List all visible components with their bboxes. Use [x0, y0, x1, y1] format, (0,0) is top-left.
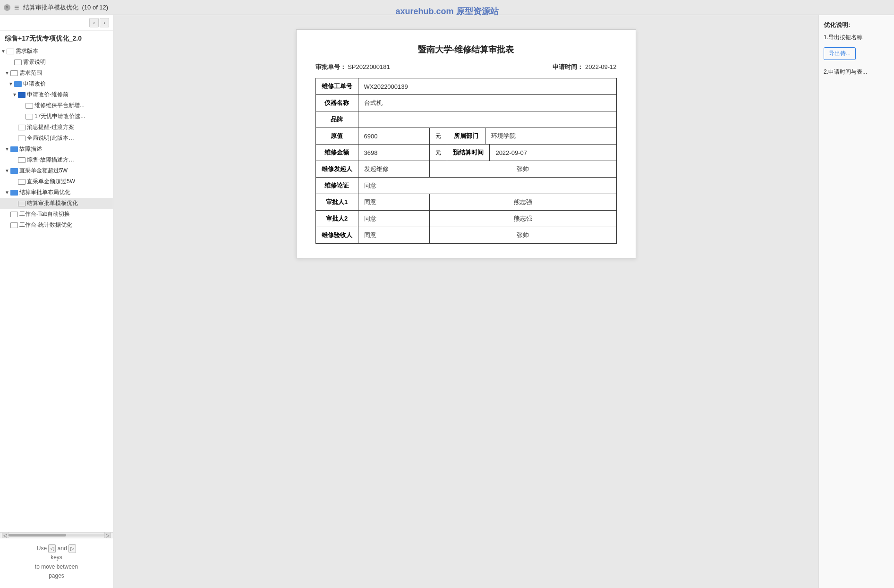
table-row-approver2: 审批人2 同意 熊志强	[315, 211, 616, 227]
page-icon	[7, 49, 14, 54]
tree-item-fault[interactable]: ▼ 故障描述	[0, 144, 113, 154]
cell-origval-unit: 元	[430, 128, 447, 145]
cell-initiator-sub: 发起维修	[358, 161, 430, 178]
right-panel-item1: 1.导出按钮名称	[824, 33, 889, 42]
cell-initiator-name: 张帅	[430, 161, 616, 178]
search-input[interactable]	[4, 19, 87, 26]
scrollbar-track[interactable]	[9, 534, 104, 537]
menu-icon[interactable]: ≡	[14, 3, 19, 12]
table-row-original-value: 原值 6900 元 所属部门 环境学院	[315, 128, 616, 145]
tree-item-apply-price[interactable]: ▼ 申请改价	[0, 78, 113, 89]
approval-table: 维修工单号 WX2022000139 仪器名称 台式机 品牌	[315, 78, 617, 244]
document-card: 暨南大学-维修结算审批表 审批单号： SP2022000181 申请时间： 20…	[296, 29, 636, 258]
cell-just-label: 维修论证	[315, 178, 358, 194]
sidebar-tree: ▼ 需求版本 背景说明 ▼ 需求范围 ▼ 申请改价	[0, 46, 113, 532]
tree-item-direct-5w[interactable]: ▼ 直采单金额超过5W	[0, 165, 113, 176]
cell-approver1-opinion: 同意	[358, 194, 430, 211]
approval-value: SP2022000181	[348, 63, 390, 70]
page-icon	[18, 125, 26, 130]
page-icon	[18, 157, 26, 163]
page-icon	[18, 179, 26, 185]
table-row-brand: 品牌	[315, 111, 616, 128]
cell-order-value: WX2022000139	[358, 78, 616, 95]
page-icon	[10, 222, 18, 228]
tree-item-settlement-layout[interactable]: ▼ 结算审批单布局优化	[0, 187, 113, 198]
cell-device-value: 台式机	[358, 95, 616, 111]
close-button[interactable]: ×	[4, 4, 10, 11]
table-row-device-name: 仪器名称 台式机	[315, 95, 616, 111]
main-layout: ‹ › 综售+17无忧专项优化_2.0 ▼ 需求版本 背景说明	[0, 15, 894, 588]
cell-pretime-wrap: 预结算时间 2022-09-07	[447, 145, 616, 161]
sidebar-nav-buttons: ‹ ›	[89, 18, 109, 27]
tree-item-message[interactable]: 消息提醒-过渡方案	[0, 122, 113, 133]
table-row-approver1: 审批人1 同意 熊志强	[315, 194, 616, 211]
cell-repamt-label: 维修金额	[315, 145, 358, 161]
time-label: 申请时间：	[553, 63, 583, 70]
page-icon	[10, 212, 18, 217]
folder-dark-icon	[18, 92, 26, 98]
page-icon	[18, 136, 26, 141]
sidebar-scrollbar: ◁ ▷	[0, 532, 113, 538]
scrollbar-thumb[interactable]	[9, 534, 66, 537]
page-icon	[10, 70, 18, 76]
cell-approver1-name: 熊志强	[430, 194, 616, 211]
keyboard-hint: Use ◁ and ▷ keys to move between pages	[0, 538, 113, 588]
table-row-order-no: 维修工单号 WX2022000139	[315, 78, 616, 95]
cell-pretime-label: 预结算时间	[447, 145, 490, 161]
content-area: 暨南大学-维修结算审批表 审批单号： SP2022000181 申请时间： 20…	[113, 15, 818, 588]
page-title: 结算审批单模板优化	[23, 3, 78, 12]
tree-item-worktab-stats[interactable]: 工作台-统计数据优化	[0, 220, 113, 230]
cell-approver2-name: 熊志强	[430, 211, 616, 227]
time-value: 2022-09-12	[585, 63, 617, 70]
tree-item-demands[interactable]: ▼ 需求版本	[0, 46, 113, 57]
left-key: ◁	[48, 544, 56, 554]
cell-repamt-value: 3698	[358, 145, 430, 161]
table-row-justification: 维修论证 同意	[315, 178, 616, 194]
cell-approver1-label: 审批人1	[315, 194, 358, 211]
tree-item-17worry[interactable]: 17无忧申请改价选...	[0, 111, 113, 122]
folder-icon	[10, 168, 18, 174]
tree-item-global-note[interactable]: 全局说明(此版本暂不...	[0, 133, 113, 144]
table-row-repair-amount: 维修金额 3698 元 预结算时间 2022-09-07	[315, 145, 616, 161]
tree-item-repair-platform[interactable]: 维修维保平台新增...	[0, 100, 113, 111]
tree-item-background[interactable]: 背景说明	[0, 57, 113, 68]
cell-brand-value	[358, 111, 616, 128]
nav-prev-button[interactable]: ‹	[89, 18, 99, 27]
page-info: (10 of 12)	[82, 4, 109, 11]
tree-item-direct-5w-page[interactable]: 直采单金额超过5W	[0, 176, 113, 187]
cell-inspector-label: 维修验收人	[315, 227, 358, 244]
hint-move-text: to move between	[35, 563, 78, 570]
hint-use-text: Use	[37, 545, 49, 552]
tree-item-scope[interactable]: ▼ 需求范围	[0, 68, 113, 78]
page-icon	[18, 201, 26, 206]
right-panel-title: 优化说明:	[824, 21, 889, 29]
export-button[interactable]: 导出待...	[824, 47, 856, 60]
document-title: 暨南大学-维修结算审批表	[315, 44, 617, 55]
hint-keys-text: keys	[51, 554, 62, 561]
right-panel-item2: 2.申请时间与表...	[824, 68, 889, 76]
page-icon	[26, 114, 33, 119]
document-meta: 审批单号： SP2022000181 申请时间： 2022-09-12	[315, 63, 617, 71]
cell-dept-label: 所属部门	[447, 128, 485, 144]
tree-item-fault-scheme[interactable]: 综售-故障描述方案(旧...	[0, 154, 113, 165]
top-bar: × ≡ 结算审批单模板优化 (10 of 12)	[0, 0, 894, 15]
cell-brand-label: 品牌	[315, 111, 358, 128]
time-meta: 申请时间： 2022-09-12	[553, 63, 616, 71]
cell-device-label: 仪器名称	[315, 95, 358, 111]
cell-repamt-unit: 元	[430, 145, 447, 161]
cell-inspector-opinion: 同意	[358, 227, 430, 244]
sidebar-search-bar: ‹ ›	[0, 15, 113, 31]
cell-approver2-label: 审批人2	[315, 211, 358, 227]
hint-pages-text: pages	[49, 572, 64, 579]
tree-item-settlement-template[interactable]: 结算审批单模板优化	[0, 198, 113, 209]
cell-inspector-name: 张帅	[430, 227, 616, 244]
page-icon	[14, 60, 22, 65]
right-key: ▷	[68, 544, 76, 554]
nav-next-button[interactable]: ›	[100, 18, 109, 27]
cell-initiator-label: 维修发起人	[315, 161, 358, 178]
tree-item-worktab-tab[interactable]: 工作台-Tab自动切换	[0, 209, 113, 220]
tree-item-apply-before[interactable]: ▼ 申请改价-维修前	[0, 89, 113, 100]
approval-meta: 审批单号： SP2022000181	[315, 63, 390, 71]
cell-origval-value: 6900	[358, 128, 430, 145]
cell-approver2-opinion: 同意	[358, 211, 430, 227]
